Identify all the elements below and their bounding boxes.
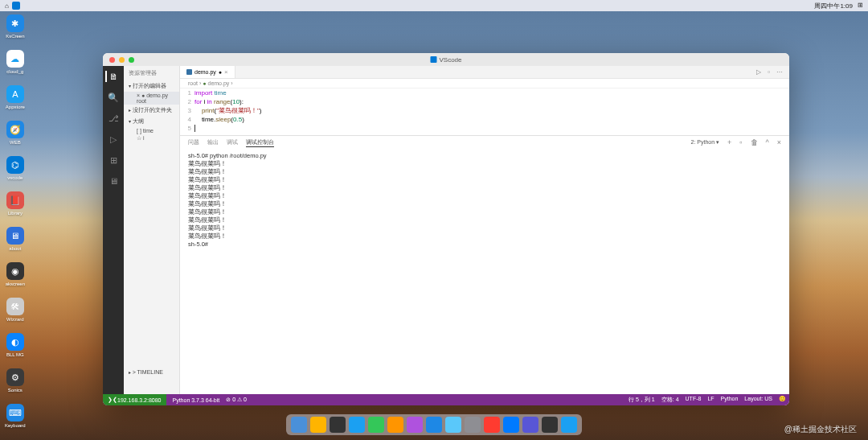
status-item[interactable]: 空格: 4 [661, 396, 679, 404]
dock-app-icon[interactable] [426, 417, 442, 433]
window-title: VScode [439, 56, 461, 64]
tab-dirty-indicator: ● [219, 69, 222, 75]
dock-akscreen[interactable]: ◉akscreen [5, 262, 26, 286]
panel-action-icon[interactable]: × [777, 138, 781, 146]
status-item[interactable]: Python [721, 396, 739, 404]
minimize-icon[interactable] [119, 57, 125, 63]
activity-git-icon[interactable]: ⎇ [108, 113, 119, 124]
status-bar: ❯❮ 192.168.3.2:8080 Python 3.7.3 64-bit … [103, 394, 789, 405]
dock-library[interactable]: 📕Library [5, 191, 26, 216]
dock-kscreen[interactable]: ✱KsCreen [5, 14, 26, 39]
panel-tab[interactable]: 问题 [188, 138, 199, 146]
dock-app-icon[interactable] [349, 417, 365, 433]
activity-debug-icon[interactable]: ▷ [108, 134, 119, 145]
bottom-panel: 问题输出调试调试控制台2: Python ▾+▫🗑^× sh-5.0# pyth… [180, 135, 789, 394]
status-item[interactable]: LF [707, 396, 714, 404]
dock-sonics[interactable]: ⚙Sonics [5, 368, 26, 393]
panel-tab[interactable]: 调试控制台 [246, 138, 274, 147]
dock-app-icon[interactable] [465, 417, 481, 433]
dock-app-icon[interactable] [522, 417, 538, 433]
apple-menu-icon[interactable]: ⌂ [5, 2, 9, 10]
status-python[interactable]: Python 3.7.3 64-bit [173, 397, 220, 403]
menubar-clock: 周四中午1:09 [814, 2, 853, 10]
status-problems[interactable]: ⊘ 0 ⚠ 0 [226, 397, 247, 403]
terminal-selector[interactable]: 2: Python ▾ [691, 139, 720, 146]
sidebar-section[interactable]: 大纲 [124, 116, 179, 127]
status-item[interactable]: Layout: US [744, 396, 772, 404]
panel-action-icon[interactable]: 🗑 [751, 138, 758, 146]
status-item[interactable]: 😊 [779, 396, 786, 404]
breadcrumb[interactable]: root › ● demo.py › [180, 79, 789, 88]
terminal-output[interactable]: sh-5.0# python /root/demo.py菜鸟很菜吗！菜鸟很菜吗！… [180, 149, 789, 394]
explorer-sidebar: 资源管理器 打开的编辑器× ● demo.py root没打开的文件夹大纲[ ]… [124, 66, 180, 394]
activity-files-icon[interactable]: 🗎 [105, 71, 117, 82]
activity-search-icon[interactable]: 🔍 [108, 92, 119, 103]
close-icon[interactable] [109, 57, 115, 63]
dock-app-icon[interactable] [561, 417, 577, 433]
timeline-section[interactable]: > TIMELINE [124, 368, 179, 376]
dock-app-icon[interactable] [484, 417, 500, 433]
tab-bar: demo.py ● × ▷▫⋯ [180, 66, 789, 79]
vscode-window: VScode 🗎🔍⎇▷⊞🖥 资源管理器 打开的编辑器× ● demo.py ro… [103, 53, 789, 405]
panel-action-icon[interactable]: + [727, 138, 731, 146]
dock[interactable] [286, 414, 582, 435]
activity-bar: 🗎🔍⎇▷⊞🖥 [103, 66, 124, 394]
dock-wizzard[interactable]: 🛠Wizzard [5, 298, 26, 322]
tab-demo-py[interactable]: demo.py ● × [180, 66, 235, 78]
vscode-icon [430, 56, 436, 63]
sidebar-section[interactable]: 没打开的文件夹 [124, 105, 179, 116]
dock-vscode[interactable]: ⌬vscode [5, 156, 26, 180]
status-item[interactable]: 行 5，列 1 [628, 396, 655, 404]
activity-ext-icon[interactable]: ⊞ [108, 154, 119, 166]
tab-action-icon[interactable]: ▷ [756, 68, 761, 76]
panel-tab[interactable]: 调试 [227, 138, 238, 146]
dock-app-icon[interactable] [387, 417, 403, 433]
dock-keyboard[interactable]: ⌨Keyboard [5, 404, 26, 428]
watermark: @稀土掘金技术社区 [784, 424, 857, 435]
tab-close-icon[interactable]: × [224, 68, 228, 76]
remote-indicator[interactable]: ❯❮ 192.168.3.2:8080 [103, 394, 166, 405]
dock-app-icon[interactable] [445, 417, 461, 433]
dock-app-icon[interactable] [542, 417, 558, 433]
menubar-search-icon[interactable]: ⊞ [858, 2, 863, 10]
status-item[interactable]: UTF-8 [686, 396, 702, 404]
activity-remote-icon[interactable]: 🖥 [108, 175, 119, 187]
dock-cloud[interactable]: ☁cloud_g [5, 50, 26, 74]
sidebar-section[interactable]: 打开的编辑器 [124, 80, 179, 92]
panel-action-icon[interactable]: ▫ [739, 138, 742, 146]
dock-appstore[interactable]: AAppstore [5, 85, 26, 109]
dock-app-icon[interactable] [291, 417, 307, 433]
sidebar-item[interactable]: × ● demo.py root [124, 92, 179, 105]
dock-app-icon[interactable] [310, 417, 326, 433]
tab-label: demo.py [194, 69, 216, 75]
window-titlebar[interactable]: VScode [103, 53, 789, 66]
vscode-menubar-icon[interactable] [12, 2, 20, 10]
sidebar-title: 资源管理器 [124, 66, 179, 80]
dock-app-icon[interactable] [503, 417, 519, 433]
system-menubar: ⌂ 周四中午1:09 ⊞ [0, 0, 868, 11]
panel-tab[interactable]: 输出 [207, 138, 219, 146]
dock-app-icon[interactable] [368, 417, 384, 433]
sidebar-item[interactable]: [ ] time [124, 127, 179, 134]
python-file-icon [186, 69, 192, 75]
dock-about[interactable]: 🖥about [5, 227, 26, 251]
dock-app-icon[interactable] [330, 417, 346, 433]
code-editor[interactable]: 12345 import timefor i in range(10): pri… [180, 88, 789, 135]
dock-mask[interactable]: ◐BLL MG [5, 333, 26, 357]
sidebar-item[interactable]: ☆ i [124, 134, 179, 142]
panel-action-icon[interactable]: ^ [766, 138, 769, 146]
tab-action-icon[interactable]: ▫ [768, 68, 770, 76]
tab-action-icon[interactable]: ⋯ [776, 68, 783, 76]
dock-safari[interactable]: 🧭WEB [5, 121, 26, 145]
dock-app-icon[interactable] [407, 417, 423, 433]
zoom-icon[interactable] [129, 57, 134, 63]
